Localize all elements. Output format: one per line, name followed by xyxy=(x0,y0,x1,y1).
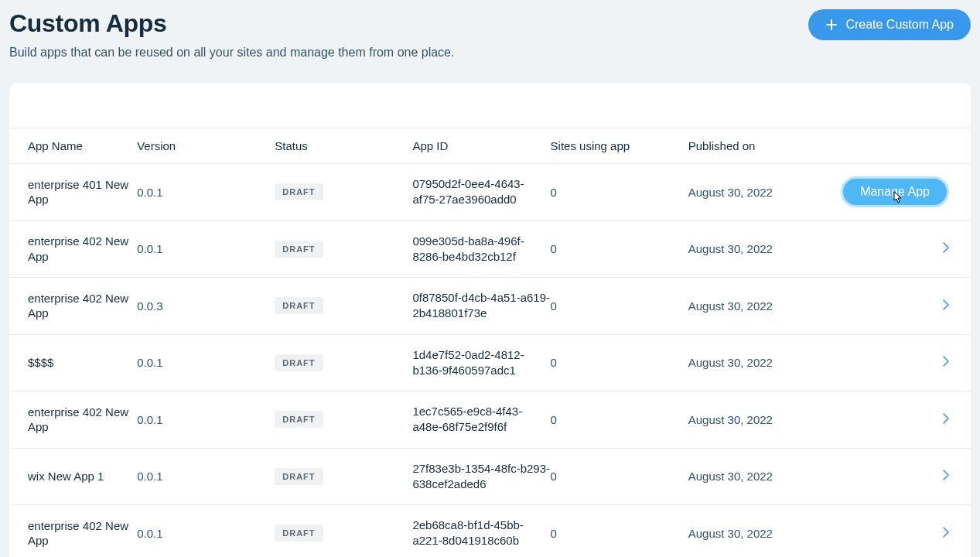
published-date: August 30, 2022 xyxy=(688,220,820,278)
sites-count: 0 xyxy=(551,278,688,335)
status-badge: DRAFT xyxy=(275,241,323,258)
plus-icon xyxy=(825,19,838,31)
published-date: August 30, 2022 xyxy=(688,334,820,391)
published-date: August 30, 2022 xyxy=(688,278,820,335)
status-badge: DRAFT xyxy=(275,297,323,314)
table-row[interactable]: enterprise 402 New App0.0.1DRAFT099e305d… xyxy=(9,220,971,278)
chevron-right-icon[interactable] xyxy=(820,527,949,538)
status-badge: DRAFT xyxy=(275,411,323,428)
app-id: 27f83e3b-1354-48fc-b293-638cef2aded6 xyxy=(412,461,550,493)
page-title: Custom Apps xyxy=(9,9,454,38)
published-date: August 30, 2022 xyxy=(688,448,820,505)
status-badge: DRAFT xyxy=(275,468,323,485)
published-date: August 30, 2022 xyxy=(688,391,820,449)
sites-count: 0 xyxy=(551,505,688,558)
table-row[interactable]: enterprise 402 New App0.0.1DRAFT1ec7c565… xyxy=(9,391,971,449)
app-id: 1ec7c565-e9c8-4f43-a48e-68f75e2f9f6f xyxy=(412,404,550,436)
app-version: 0.0.1 xyxy=(137,505,275,558)
app-id: 1d4e7f52-0ad2-4812-b136-9f460597adc1 xyxy=(412,347,550,379)
sites-count: 0 xyxy=(551,448,688,505)
app-version: 0.0.1 xyxy=(137,391,275,449)
app-id: 07950d2f-0ee4-4643-af75-27ae3960add0 xyxy=(412,176,550,208)
app-version: 0.0.1 xyxy=(137,334,275,391)
app-version: 0.0.3 xyxy=(137,278,275,335)
create-custom-app-button[interactable]: Create Custom App xyxy=(808,9,971,40)
app-name: $$$$ xyxy=(28,355,137,371)
published-date: August 30, 2022 xyxy=(688,505,820,558)
table-row[interactable]: enterprise 401 New App0.0.1DRAFT07950d2f… xyxy=(9,164,971,221)
app-version: 0.0.1 xyxy=(137,164,275,221)
published-date: August 30, 2022 xyxy=(688,164,820,221)
table-row[interactable]: $$$$0.0.1DRAFT1d4e7f52-0ad2-4812-b136-9f… xyxy=(9,334,971,391)
table-row[interactable]: wix New App 10.0.1DRAFT27f83e3b-1354-48f… xyxy=(9,448,971,505)
apps-table: App Name Version Status App ID Sites usi… xyxy=(9,128,971,557)
status-badge: DRAFT xyxy=(275,525,323,542)
status-badge: DRAFT xyxy=(275,183,323,200)
chevron-right-icon[interactable] xyxy=(820,413,949,424)
col-header-status[interactable]: Status xyxy=(275,128,412,164)
app-name: enterprise 401 New App xyxy=(28,177,137,207)
app-id: 2eb68ca8-bf1d-45bb-a221-8d041918c60b xyxy=(412,518,550,549)
sites-count: 0 xyxy=(551,334,688,391)
page-subtitle: Build apps that can be reused on all you… xyxy=(9,46,454,60)
app-version: 0.0.1 xyxy=(137,448,275,505)
app-id: 0f87850f-d4cb-4a51-a619-2b418801f73e xyxy=(412,290,550,322)
app-id: 099e305d-ba8a-496f-8286-be4bd32cb12f xyxy=(412,234,550,265)
col-header-name[interactable]: App Name xyxy=(9,128,137,164)
apps-panel: App Name Version Status App ID Sites usi… xyxy=(9,83,971,557)
app-name: enterprise 402 New App xyxy=(28,518,137,548)
page-header: Custom Apps Build apps that can be reuse… xyxy=(9,9,971,70)
col-header-sites[interactable]: Sites using app xyxy=(551,128,688,164)
app-name: enterprise 402 New App xyxy=(28,405,137,435)
create-custom-app-label: Create Custom App xyxy=(845,18,954,32)
col-header-id[interactable]: App ID xyxy=(412,128,550,164)
table-row[interactable]: enterprise 402 New App0.0.1DRAFT2eb68ca8… xyxy=(9,505,971,558)
table-header-row: App Name Version Status App ID Sites usi… xyxy=(9,128,971,164)
col-header-published[interactable]: Published on xyxy=(688,128,820,164)
sites-count: 0 xyxy=(551,164,688,221)
app-name: enterprise 402 New App xyxy=(28,234,137,264)
app-version: 0.0.1 xyxy=(137,220,275,278)
app-name: wix New App 1 xyxy=(28,469,137,484)
manage-app-button[interactable]: Manage App xyxy=(841,176,949,207)
status-badge: DRAFT xyxy=(275,354,323,371)
chevron-right-icon[interactable] xyxy=(820,356,949,367)
table-row[interactable]: enterprise 402 New App0.0.3DRAFT0f87850f… xyxy=(9,278,971,335)
sites-count: 0 xyxy=(551,391,688,449)
chevron-right-icon[interactable] xyxy=(820,242,949,253)
col-header-version[interactable]: Version xyxy=(137,128,275,164)
chevron-right-icon[interactable] xyxy=(820,470,949,480)
app-name: enterprise 402 New App xyxy=(28,291,137,321)
sites-count: 0 xyxy=(551,220,688,278)
chevron-right-icon[interactable] xyxy=(820,299,949,310)
